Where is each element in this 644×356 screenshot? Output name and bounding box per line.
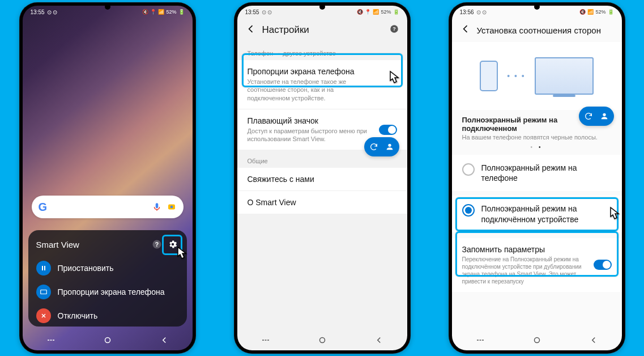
settings-title: Настройки <box>262 24 309 36</box>
svg-point-11 <box>319 338 325 343</box>
svg-rect-4 <box>42 266 43 270</box>
item-title: О Smart View <box>248 198 397 207</box>
back-button[interactable] <box>374 335 384 345</box>
svg-text:?: ? <box>155 241 158 248</box>
status-time: 13:56 <box>460 9 474 15</box>
recents-button[interactable] <box>46 335 56 345</box>
mic-icon[interactable] <box>152 202 162 212</box>
caption-subtitle: На вашем телефоне появятся черные полосы… <box>452 134 622 144</box>
back-icon[interactable] <box>245 23 257 37</box>
settings-header: Настройки ? <box>237 18 407 42</box>
navigation-bar <box>23 330 193 350</box>
status-wifi-icon: 📶 <box>373 9 379 15</box>
refresh-icon[interactable] <box>581 109 596 124</box>
lens-icon[interactable] <box>167 202 177 212</box>
settings-item-about[interactable]: О Smart View <box>237 190 407 214</box>
toggle-on[interactable] <box>379 125 397 135</box>
smartview-disconnect-row[interactable]: Отключить <box>36 304 179 328</box>
recents-button[interactable] <box>475 335 485 345</box>
illus-phone-icon <box>480 61 498 91</box>
illus-dots-icon: • • • <box>507 71 525 80</box>
back-icon[interactable] <box>460 23 471 37</box>
radio-label: Полноэкранный режим на подключённом устр… <box>481 204 612 224</box>
status-time: 13:55 <box>31 9 45 15</box>
status-wifi-icon: 📶 <box>587 9 594 15</box>
pause-icon <box>36 261 51 276</box>
help-icon[interactable]: ? <box>151 238 163 251</box>
item-subtitle: Переключение на Полноэкранный режим на п… <box>462 256 612 285</box>
settings-icon[interactable] <box>167 238 179 251</box>
smartview-ratio-label: Пропорции экрана телефона <box>58 287 165 296</box>
close-icon <box>36 308 51 323</box>
status-battery-icon: 🔋 <box>608 9 614 15</box>
home-button[interactable] <box>103 335 113 345</box>
item-title: Плавающий значок <box>248 116 397 125</box>
back-button[interactable] <box>588 335 599 345</box>
item-subtitle: Установите на телефоне такое же соотноше… <box>248 78 397 102</box>
svg-rect-5 <box>44 266 45 270</box>
home-button[interactable] <box>532 335 542 345</box>
radio-option-fullscreen-device[interactable]: Полноэкранный режим на подключённом устр… <box>452 196 622 232</box>
svg-point-7 <box>105 338 110 343</box>
camera-notch <box>319 4 325 10</box>
settings-item-aspect-ratio[interactable]: Пропорции экрана телефона Установите на … <box>237 60 407 109</box>
status-battery-label: 52% <box>595 9 605 15</box>
status-location-icon: 📍 <box>365 9 371 15</box>
status-battery-icon: 🔋 <box>178 9 185 15</box>
screen-2: 13:55 ⊙ ⊙ 🔇 📍 📶 52% 🔋 Настройки ? Телефо… <box>237 6 407 350</box>
floating-action-button[interactable] <box>579 107 614 126</box>
svg-text:?: ? <box>393 26 396 32</box>
remember-settings-item[interactable]: Запомнить параметры Переключение на Полн… <box>452 238 622 292</box>
svg-point-1 <box>170 206 173 209</box>
navigation-bar <box>237 330 407 350</box>
status-indicator-icon: ⊙ ⊙ <box>47 9 58 15</box>
google-logo-icon: G <box>39 201 48 214</box>
aspect-ratio-title: Установка соотношения сторон <box>477 26 601 35</box>
status-battery-icon: 🔋 <box>393 9 399 15</box>
smartview-pause-label: Приостановить <box>58 264 114 273</box>
floating-action-button[interactable] <box>364 137 399 156</box>
status-indicator-icon: ⊙ ⊙ <box>262 9 272 15</box>
radio-off-icon <box>462 163 475 176</box>
status-mute-icon: 🔇 <box>579 9 586 15</box>
svg-point-10 <box>388 144 391 147</box>
status-location-icon: 📍 <box>150 9 156 15</box>
person-icon[interactable] <box>382 139 397 154</box>
aspect-ratio-header: Установка соотношения сторон <box>452 18 622 42</box>
radio-option-fullscreen-phone[interactable]: Полноэкранный режим на телефоне <box>452 155 622 191</box>
item-title: Пропорции экрана телефона <box>248 67 397 76</box>
refresh-icon[interactable] <box>366 139 381 154</box>
phone-frame-3: 13:56 ⊙ ⊙ 🔇 📶 52% 🔋 Установка соотношени… <box>449 2 625 354</box>
smartview-title: Smart View <box>36 240 147 249</box>
toggle-on[interactable] <box>594 260 612 270</box>
screen-1: 13:55 ⊙ ⊙ 🔇 📍 📶 52% 🔋 G Sm <box>23 6 193 350</box>
phone-frame-1: 13:55 ⊙ ⊙ 🔇 📍 📶 52% 🔋 G Sm <box>19 2 196 354</box>
help-icon[interactable]: ? <box>389 24 399 37</box>
status-mute-icon: 🔇 <box>357 9 363 15</box>
status-mute-icon: 🔇 <box>142 9 148 15</box>
screen-3: 13:56 ⊙ ⊙ 🔇 📶 52% 🔋 Установка соотношени… <box>452 6 622 350</box>
camera-notch <box>105 4 110 10</box>
person-icon[interactable] <box>597 109 612 124</box>
smartview-ratio-row[interactable]: Пропорции экрана телефона <box>36 280 179 304</box>
section-label-device: Телефон → другое устройство <box>237 42 407 60</box>
page-indicator: • • <box>452 144 622 150</box>
smartview-pause-row[interactable]: Приостановить <box>36 256 179 280</box>
aspect-ratio-icon <box>36 285 51 299</box>
back-button[interactable] <box>159 335 169 345</box>
svg-point-12 <box>603 113 605 116</box>
status-indicator-icon: ⊙ ⊙ <box>476 9 487 15</box>
google-search-bar[interactable]: G <box>32 196 184 218</box>
svg-rect-6 <box>40 290 46 294</box>
illustration-phone-to-tv: • • • <box>452 42 622 110</box>
home-button[interactable] <box>317 335 327 345</box>
camera-notch <box>534 4 540 10</box>
status-battery-label: 52% <box>166 9 176 15</box>
radio-label: Полноэкранный режим на телефоне <box>481 163 612 183</box>
status-battery-label: 52% <box>381 9 391 15</box>
item-title: Свяжитесь с нами <box>248 175 397 184</box>
navigation-bar <box>452 330 622 350</box>
recents-button[interactable] <box>261 335 271 345</box>
illus-tv-icon <box>535 57 594 95</box>
settings-item-contact[interactable]: Свяжитесь с нами <box>237 168 407 190</box>
